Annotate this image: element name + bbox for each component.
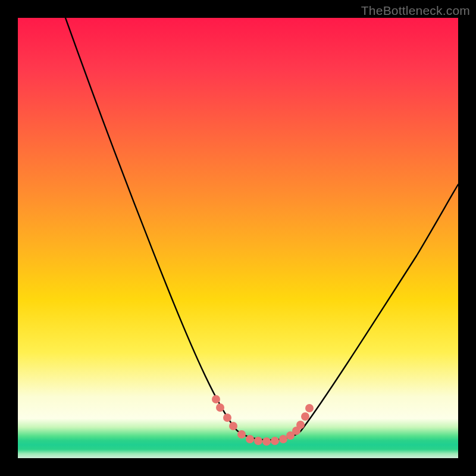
- marker-dot: [305, 404, 314, 412]
- watermark-text: TheBottleneck.com: [361, 4, 470, 18]
- marker-dot: [212, 395, 220, 403]
- outer-frame: TheBottleneck.com: [0, 0, 476, 476]
- marker-dot: [223, 414, 231, 422]
- marker-dot: [246, 435, 254, 443]
- bottleneck-curve: [18, 18, 458, 458]
- marker-dot: [301, 412, 309, 421]
- marker-dot: [271, 437, 279, 445]
- marker-dot: [216, 403, 224, 412]
- marker-dot: [296, 421, 305, 429]
- marker-dot: [254, 437, 262, 445]
- plot-area: [18, 18, 458, 458]
- marker-group: [212, 395, 314, 446]
- marker-dot: [262, 437, 271, 446]
- marker-dot: [229, 422, 237, 430]
- curve-path: [65, 18, 458, 440]
- marker-dot: [279, 435, 287, 443]
- marker-dot: [237, 430, 246, 439]
